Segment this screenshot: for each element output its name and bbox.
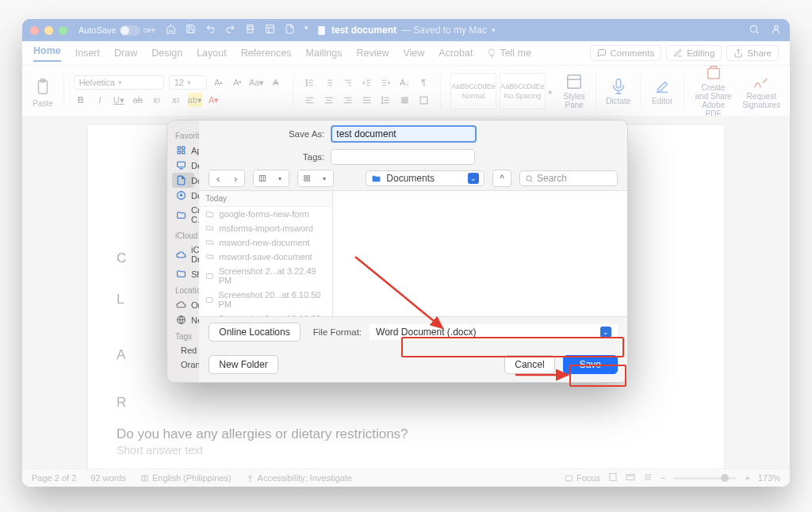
sort-button[interactable]: A↓ — [397, 75, 412, 90]
borders-button[interactable] — [416, 93, 431, 107]
increase-indent-button[interactable] — [378, 75, 393, 90]
cancel-button[interactable]: Cancel — [504, 355, 554, 374]
view-outline-icon[interactable] — [643, 472, 653, 483]
save-as-input[interactable] — [331, 125, 477, 143]
view-columns-button[interactable]: ▾ — [253, 170, 289, 187]
redo-icon[interactable] — [225, 24, 236, 36]
new-doc-icon[interactable] — [285, 24, 295, 36]
styles-more-icon[interactable]: ▸ — [549, 87, 553, 96]
zoom-percent[interactable]: 173% — [758, 473, 780, 483]
font-name-select[interactable]: Helvetica▾ — [74, 75, 164, 90]
tab-mailings[interactable]: Mailings — [306, 48, 343, 59]
tab-acrobat[interactable]: Acrobat — [439, 48, 473, 59]
sidebar-tag-orange[interactable]: Orange — [172, 357, 194, 372]
justify-button[interactable] — [359, 93, 373, 107]
font-color-button[interactable]: A▾ — [207, 93, 221, 107]
adobe-request-sign-button[interactable]: Request Signatures — [742, 73, 780, 109]
file-item[interactable]: google-forms-new-form — [199, 207, 332, 221]
styles-pane-button[interactable]: Styles Pane — [562, 73, 587, 109]
tab-home[interactable]: Home — [33, 45, 61, 62]
superscript-button[interactable]: x2 — [169, 93, 183, 107]
file-item[interactable]: msword-new-document — [199, 235, 332, 250]
tab-review[interactable]: Review — [356, 48, 389, 59]
strikethrough-button[interactable]: ab — [131, 93, 145, 107]
paste-group[interactable]: Paste — [32, 75, 54, 108]
adobe-create-share-button[interactable]: Create and Share Adobe PDF — [694, 64, 733, 118]
bullet-list-button[interactable] — [302, 75, 316, 90]
file-item[interactable]: Screenshot 20...at 6.10.50 PM — [199, 288, 332, 311]
zoom-slider[interactable] — [673, 477, 737, 480]
sidebar-tag-red[interactable]: Red — [172, 343, 194, 357]
sidebar-item-desktop[interactable]: Desktop — [172, 158, 194, 173]
dictate-button[interactable]: Dictate — [606, 78, 630, 105]
save-icon[interactable] — [186, 24, 196, 36]
search-icon[interactable] — [749, 24, 760, 37]
clear-formatting-icon[interactable]: A — [269, 75, 283, 90]
home-icon[interactable] — [166, 24, 176, 36]
tab-tellme[interactable]: Tell me — [487, 48, 531, 59]
undo-icon[interactable] — [205, 24, 216, 36]
sidebar-item-documents[interactable]: Documents — [172, 173, 194, 188]
autosave-toggle[interactable]: AutoSave OFF — [79, 25, 156, 36]
page-count[interactable]: Page 2 of 2 — [32, 473, 76, 483]
nav-forward-button[interactable]: › — [227, 170, 244, 186]
decrease-font-icon[interactable]: A▾ — [231, 75, 245, 90]
format-dropdown-icon[interactable]: ⌄ — [600, 327, 611, 338]
word-count[interactable]: 92 words — [90, 473, 126, 483]
account-icon[interactable] — [771, 24, 782, 37]
decrease-indent-button[interactable] — [359, 75, 373, 90]
focus-mode-button[interactable]: Focus — [565, 473, 600, 483]
sidebar-item-onedrive[interactable]: OneDrive — [172, 297, 194, 312]
sidebar-item-icloud-drive[interactable]: iCloud Drive — [172, 243, 194, 266]
italic-button[interactable]: I — [93, 93, 107, 107]
file-format-select[interactable]: Word Document (.docx) ⌄ — [370, 324, 618, 340]
align-center-button[interactable] — [321, 93, 335, 107]
zoom-out-icon[interactable]: − — [661, 473, 665, 483]
chevron-down-icon[interactable]: ▾ — [304, 24, 308, 36]
zoom-in-icon[interactable]: + — [745, 473, 749, 483]
nav-back-button[interactable]: ‹ — [209, 170, 227, 186]
new-folder-button[interactable]: New Folder — [209, 355, 278, 374]
location-select[interactable]: Documents ⌄ — [366, 170, 485, 186]
sidebar-item-downloads[interactable]: Downloads — [172, 188, 194, 203]
sidebar-item-creative[interactable]: Creative C… — [172, 203, 194, 227]
sidebar-item-applications[interactable]: Applications — [172, 143, 194, 158]
collapse-arrow-button[interactable]: ^ — [492, 170, 511, 187]
title-dropdown-icon[interactable]: ▾ — [492, 26, 496, 34]
minimize-window-button[interactable] — [44, 26, 53, 35]
line-spacing-button[interactable] — [378, 93, 393, 107]
multilevel-list-button[interactable] — [340, 75, 354, 90]
align-right-button[interactable] — [340, 93, 354, 107]
file-item[interactable]: msforms-import-msword — [199, 221, 332, 235]
style-normal[interactable]: AaBbCcDdEe Normal — [450, 73, 496, 109]
print-icon[interactable] — [245, 24, 255, 36]
editor-button[interactable]: Editor — [650, 78, 675, 105]
language-status[interactable]: English (Philippines) — [140, 473, 232, 483]
shading-button[interactable] — [397, 93, 412, 107]
comments-button[interactable]: Comments — [590, 45, 662, 61]
view-print-icon[interactable] — [608, 472, 618, 483]
save-button[interactable]: Save — [563, 355, 618, 374]
show-marks-button[interactable]: ¶ — [416, 75, 431, 90]
location-dropdown-icon[interactable]: ⌄ — [468, 173, 479, 184]
bold-button[interactable]: B — [74, 93, 88, 107]
underline-button[interactable]: U▾ — [112, 93, 126, 107]
tab-design[interactable]: Design — [151, 48, 182, 59]
file-item[interactable]: msword-save-document — [199, 250, 332, 264]
group-by-button[interactable]: ▾ — [297, 170, 334, 187]
share-button[interactable]: Share — [726, 45, 779, 61]
accessibility-status[interactable]: Accessibility: Investigate — [246, 473, 352, 483]
tab-view[interactable]: View — [403, 48, 424, 59]
style-no-spacing[interactable]: AaBbCcDdEe No Spacing — [500, 73, 546, 109]
view-web-icon[interactable] — [626, 472, 635, 483]
sidebar-item-network[interactable]: Network — [172, 312, 194, 327]
highlight-button[interactable]: ab▾ — [188, 93, 202, 107]
maximize-window-button[interactable] — [59, 26, 67, 35]
numbered-list-button[interactable] — [321, 75, 335, 90]
tab-layout[interactable]: Layout — [197, 48, 227, 59]
subscript-button[interactable]: x2 — [150, 93, 164, 107]
tab-references[interactable]: References — [241, 48, 292, 59]
tab-insert[interactable]: Insert — [75, 48, 100, 59]
tags-input[interactable] — [331, 149, 475, 165]
tab-draw[interactable]: Draw — [114, 48, 137, 59]
